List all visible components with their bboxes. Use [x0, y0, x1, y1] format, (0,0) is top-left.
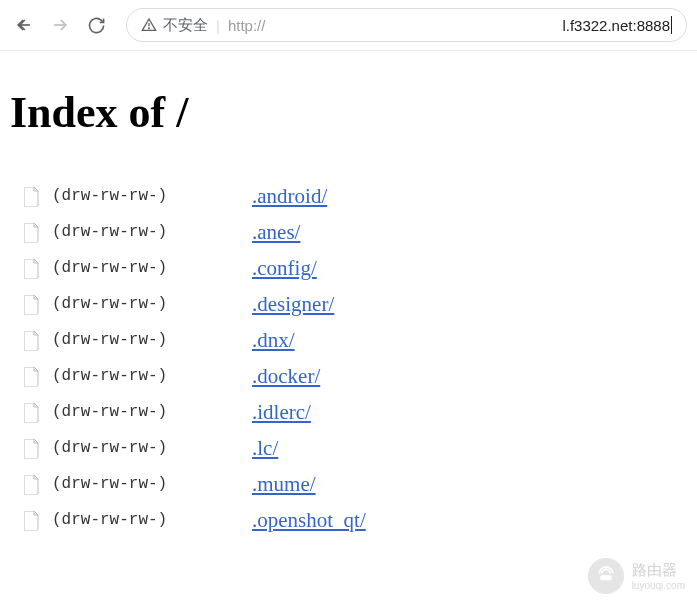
- page-content: Index of / (drw-rw-rw-).android/(drw-rw-…: [0, 51, 697, 548]
- list-item: (drw-rw-rw-).android/: [24, 178, 687, 214]
- directory-link[interactable]: .android/: [252, 184, 327, 209]
- watermark-title: 路由器: [632, 561, 685, 580]
- list-item: (drw-rw-rw-).idlerc/: [24, 394, 687, 430]
- list-item: (drw-rw-rw-).mume/: [24, 466, 687, 502]
- arrow-right-icon: [50, 15, 70, 35]
- watermark-sub: luyouqi.com: [632, 580, 685, 591]
- permissions-text: (drw-rw-rw-): [52, 439, 252, 457]
- permissions-text: (drw-rw-rw-): [52, 223, 252, 241]
- browser-toolbar: 不安全 | http:// l.f3322.net:8888: [0, 0, 697, 51]
- insecure-warning-icon: [141, 17, 157, 33]
- directory-listing: (drw-rw-rw-).android/(drw-rw-rw-).anes/(…: [10, 178, 687, 538]
- permissions-text: (drw-rw-rw-): [52, 187, 252, 205]
- permissions-text: (drw-rw-rw-): [52, 295, 252, 313]
- reload-icon: [87, 16, 106, 35]
- file-icon: [24, 331, 42, 349]
- list-item: (drw-rw-rw-).config/: [24, 250, 687, 286]
- permissions-text: (drw-rw-rw-): [52, 331, 252, 349]
- reload-button[interactable]: [82, 11, 110, 39]
- file-icon: [24, 187, 42, 205]
- address-bar[interactable]: 不安全 | http:// l.f3322.net:8888: [126, 8, 687, 42]
- address-divider: |: [216, 17, 220, 34]
- list-item: (drw-rw-rw-).anes/: [24, 214, 687, 250]
- file-icon: [24, 295, 42, 313]
- file-icon: [24, 223, 42, 241]
- directory-link[interactable]: .lc/: [252, 436, 278, 461]
- directory-link[interactable]: .docker/: [252, 364, 320, 389]
- directory-link[interactable]: .openshot_qt/: [252, 508, 366, 533]
- directory-link[interactable]: .designer/: [252, 292, 334, 317]
- directory-link[interactable]: .dnx/: [252, 328, 295, 353]
- svg-point-3: [149, 28, 150, 29]
- arrow-left-icon: [14, 15, 34, 35]
- file-icon: [24, 475, 42, 493]
- page-title: Index of /: [10, 87, 687, 138]
- list-item: (drw-rw-rw-).dnx/: [24, 322, 687, 358]
- directory-link[interactable]: .idlerc/: [252, 400, 311, 425]
- directory-link[interactable]: .anes/: [252, 220, 300, 245]
- router-icon: [588, 558, 624, 594]
- permissions-text: (drw-rw-rw-): [52, 403, 252, 421]
- file-icon: [24, 403, 42, 421]
- file-icon: [24, 367, 42, 385]
- list-item: (drw-rw-rw-).designer/: [24, 286, 687, 322]
- directory-link[interactable]: .config/: [252, 256, 317, 281]
- forward-button[interactable]: [46, 11, 74, 39]
- permissions-text: (drw-rw-rw-): [52, 367, 252, 385]
- insecure-label: 不安全: [163, 16, 208, 35]
- list-item: (drw-rw-rw-).lc/: [24, 430, 687, 466]
- back-button[interactable]: [10, 11, 38, 39]
- directory-link[interactable]: .mume/: [252, 472, 316, 497]
- text-caret: [671, 16, 672, 34]
- file-icon: [24, 439, 42, 457]
- svg-rect-4: [600, 575, 612, 580]
- list-item: (drw-rw-rw-).docker/: [24, 358, 687, 394]
- url-protocol: http://: [228, 17, 266, 34]
- file-icon: [24, 259, 42, 277]
- list-item: (drw-rw-rw-).openshot_qt/: [24, 502, 687, 538]
- file-icon: [24, 511, 42, 529]
- url-host: l.f3322.net:8888: [562, 17, 670, 34]
- permissions-text: (drw-rw-rw-): [52, 511, 252, 529]
- permissions-text: (drw-rw-rw-): [52, 475, 252, 493]
- permissions-text: (drw-rw-rw-): [52, 259, 252, 277]
- watermark: 路由器 luyouqi.com: [588, 558, 685, 594]
